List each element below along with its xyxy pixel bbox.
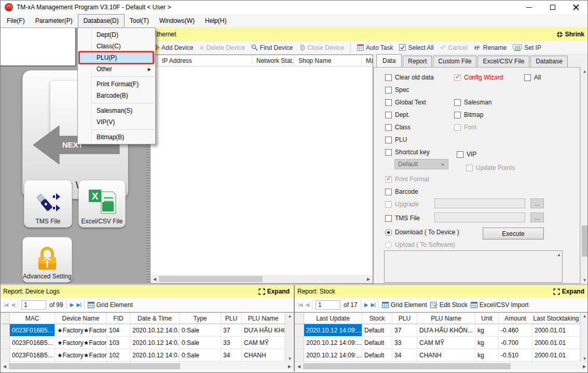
scroll-right-icon[interactable]: ▶ — [364, 277, 373, 282]
stock-expand-button[interactable]: Expand — [553, 288, 588, 295]
first-page-button[interactable]: |◀ — [4, 302, 8, 308]
salesman-checkbox[interactable]: Salesman — [454, 99, 491, 106]
add-device-button[interactable]: Add Device — [154, 44, 193, 51]
device-logs-expand-button[interactable]: Expand — [258, 288, 294, 295]
menu-item-class[interactable]: Class(C) — [78, 41, 155, 52]
next-page-button[interactable]: ▶ — [70, 302, 74, 308]
page-input[interactable]: 1 — [316, 300, 340, 310]
shortcut-key-checkbox[interactable]: Shortcut key — [385, 149, 430, 156]
dept-checkbox[interactable]: Dept. — [385, 111, 410, 118]
excel-csv-file-button[interactable]: X Excel/CSV File — [78, 180, 126, 228]
page-input[interactable]: 1 — [21, 300, 46, 310]
prev-page-button[interactable]: ◀ — [305, 302, 309, 308]
tab-custom-file[interactable]: Custom File — [433, 56, 476, 67]
bitmap-checkbox[interactable]: Bitmap — [454, 111, 483, 118]
col-unit[interactable]: Unit — [475, 313, 499, 324]
hscroll-thumb[interactable] — [9, 363, 180, 369]
menu-item-vip[interactable]: VIP(V) — [78, 116, 155, 128]
menu-file[interactable]: File(F) — [2, 14, 30, 27]
set-ip-button[interactable]: 192 Set IP — [513, 44, 541, 51]
auto-task-button[interactable]: Auto Task — [357, 44, 393, 51]
minimize-button[interactable] — [517, 1, 541, 14]
shrink-button[interactable]: Shrink — [556, 31, 588, 38]
scroll-down-icon[interactable]: ▼ — [583, 356, 587, 361]
tab-database[interactable]: Database — [530, 56, 567, 67]
menu-parameter[interactable]: Parameter(P) — [30, 14, 78, 27]
menu-database[interactable]: Database(D) — [78, 14, 125, 27]
device-logs-vscrollbar[interactable]: ▲ ▼ — [285, 313, 294, 362]
hscroll-thumb[interactable] — [303, 363, 511, 369]
spec-checkbox[interactable]: Spec — [385, 86, 409, 94]
find-device-button[interactable]: Find Device — [251, 44, 293, 51]
maximize-button[interactable] — [541, 1, 564, 14]
global-text-checkbox[interactable]: Global Text — [385, 99, 426, 106]
last-page-button[interactable]: ▶| — [76, 302, 80, 308]
first-page-button[interactable]: |◀ — [298, 302, 302, 308]
col-plu-name[interactable]: PLU Name — [242, 313, 285, 324]
scroll-up-icon[interactable]: ▲ — [583, 69, 587, 74]
scroll-right-icon[interactable]: ▶ — [580, 364, 588, 369]
tab-excel-csv-file[interactable]: Excel/CSV File — [477, 56, 529, 67]
scroll-down-icon[interactable]: ▼ — [583, 278, 587, 283]
col-device-name[interactable]: Device Name — [55, 313, 107, 324]
scroll-right-icon[interactable]: ▶ — [285, 364, 294, 369]
col-type[interactable]: Type — [180, 313, 221, 324]
tms-file-checkbox[interactable]: TMS File — [385, 215, 420, 222]
col-date-time[interactable]: Date & Time — [130, 313, 180, 324]
vip-checkbox[interactable]: VIP — [457, 151, 476, 158]
next-page-button[interactable]: ▶ — [364, 302, 368, 308]
tab-report[interactable]: Report — [403, 56, 432, 67]
edit-stock-button[interactable]: Edit Stock — [430, 301, 468, 309]
scroll-left-icon[interactable]: ◀ — [151, 277, 159, 282]
col-plu[interactable]: PLU — [221, 313, 242, 324]
menu-help[interactable]: Help(H) — [200, 14, 231, 27]
menu-item-other[interactable]: Other ▶ — [78, 63, 155, 75]
stock-hscrollbar[interactable]: ◀ ▶ — [295, 362, 588, 370]
col-amount[interactable]: Amount — [499, 313, 532, 324]
scroll-up-icon[interactable]: ▲ — [583, 314, 587, 318]
memo-scroll-up-icon[interactable]: ▲ — [557, 252, 561, 257]
last-page-button[interactable]: ▶| — [371, 302, 375, 308]
tab-data[interactable]: Data — [376, 54, 402, 68]
menu-item-barcode[interactable]: Barcode(B) — [78, 90, 155, 101]
scroll-left-icon[interactable]: ◀ — [295, 364, 303, 369]
clear-old-data-checkbox[interactable]: Clear old data — [385, 74, 434, 81]
grid-element-button[interactable]: Grid Element — [88, 301, 133, 309]
menu-item-plu[interactable]: PLU(P) — [78, 52, 155, 63]
class-checkbox[interactable]: Class — [385, 124, 411, 131]
plu-checkbox[interactable]: PLU — [385, 136, 407, 143]
rename-button[interactable]: H Rename — [474, 44, 507, 51]
excel-csv-import-button[interactable]: Excel/CSV Import — [471, 301, 529, 309]
select-all-button[interactable]: Select All — [399, 44, 433, 51]
menu-item-bitmap[interactable]: Bitmap(B) — [78, 131, 155, 143]
menu-item-salesman[interactable]: Salesman(S) — [78, 105, 155, 116]
download-radio[interactable]: Download ( To Device ) — [385, 229, 459, 236]
device-list-hscrollbar[interactable]: ◀ ▶ — [151, 275, 373, 283]
col-stock[interactable]: Stock — [362, 313, 392, 324]
menu-tool[interactable]: Tool(T) — [125, 14, 154, 27]
col-last-update[interactable]: Last Update — [304, 313, 362, 324]
col-plu-name[interactable]: PLU Name — [417, 313, 475, 324]
device-col-ip[interactable]: IP Address — [158, 55, 252, 66]
scroll-up-icon[interactable]: ▲ — [288, 314, 292, 318]
tms-browse-button[interactable]: ... — [530, 212, 544, 222]
log-textarea[interactable]: ▲ — [384, 250, 563, 283]
vscroll-thumb[interactable] — [582, 225, 588, 257]
hscroll-thumb[interactable] — [159, 276, 263, 282]
col-last-stocktaking[interactable]: Last Stocktaking — [532, 313, 580, 324]
barcode-checkbox[interactable]: Barcode — [385, 188, 418, 195]
col-plu[interactable]: PLU — [392, 313, 417, 324]
close-button[interactable] — [564, 1, 587, 14]
all-checkbox[interactable]: All — [524, 74, 541, 81]
prev-page-button[interactable]: ◀ — [11, 302, 15, 308]
scroll-down-icon[interactable]: ▼ — [288, 356, 292, 361]
device-col-network[interactable]: Network Stat... — [252, 55, 294, 66]
stock-vscrollbar[interactable]: ▲ ▼ — [580, 313, 588, 362]
col-mac[interactable]: MAC — [10, 313, 55, 324]
execute-button[interactable]: Execute — [483, 228, 544, 239]
col-fid[interactable]: FID — [107, 313, 130, 324]
tms-file-button[interactable]: TMS File — [24, 180, 72, 228]
device-col-shop[interactable]: Shop Name — [294, 55, 362, 66]
menu-item-dept[interactable]: Dept(D) — [78, 29, 155, 41]
grid-element-button[interactable]: Grid Element — [382, 301, 427, 309]
